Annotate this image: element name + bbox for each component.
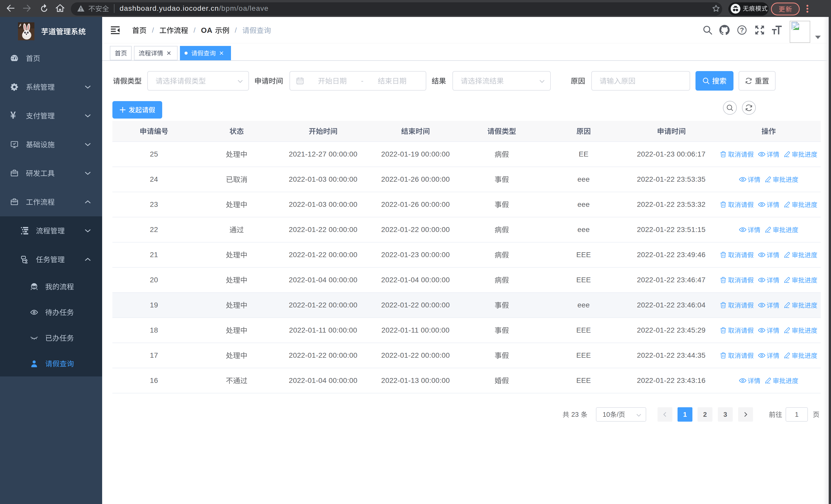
svg-text:?: ?: [740, 26, 744, 34]
